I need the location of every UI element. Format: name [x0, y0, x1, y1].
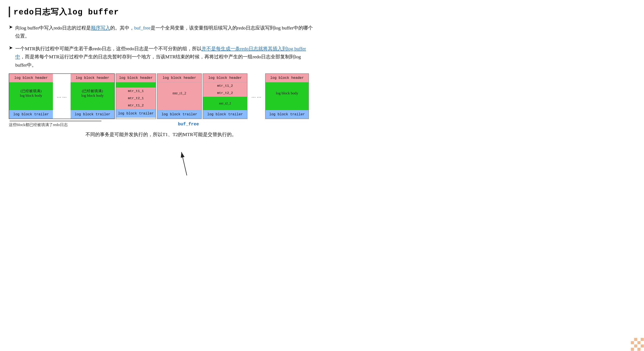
- block-5-mtr-t1-2: mtr_t1_2: [203, 82, 247, 89]
- block-1-trailer: log block trailer: [9, 110, 53, 119]
- log-block-6: log block header log block body log bloc…: [265, 73, 309, 119]
- annotation-row: 这些block都已经被填满了redo日志 buf_free: [9, 121, 313, 127]
- log-block-1: log block header (已经被填满)log block body l…: [9, 74, 53, 119]
- brace-line: [10, 121, 102, 121]
- diagram-wrapper: log block header (已经被填满)log block body l…: [9, 73, 313, 127]
- log-block-2: log block header (已经被填满)log block body l…: [70, 74, 114, 119]
- block-6-trailer: log block trailer: [266, 110, 308, 119]
- highlight-not-insert: 并不是每生成一条redo日志就将其插入到log buffer中: [15, 46, 306, 59]
- paragraph-1-text: 向log buffer中写入redo日志的过程是顺序写入的。其中，buf_fre…: [15, 24, 313, 40]
- block-3-mtr-t1-2: mtr_t1_2: [116, 102, 156, 109]
- block-2-body: (已经被填满)log block body: [70, 82, 114, 110]
- block-3-body: mtr_t1_1 mtr_t2_1 mtr_t1_2: [116, 82, 156, 109]
- block-5-mtr-t2-2: mtr_t2_2: [203, 89, 247, 97]
- highlight-sequential: 顺序写入: [91, 25, 110, 30]
- block-4-body: mtr_t1_2: [158, 82, 201, 110]
- log-block-3: log block header mtr_t1_1 mtr_t2_1 mtr_t…: [116, 73, 156, 119]
- buf-free-label: buf_free: [178, 122, 199, 127]
- block-3-mtr-t1-1: mtr_t1_1: [116, 88, 156, 95]
- block-group-1: log block header (已经被填满)log block body l…: [9, 73, 115, 119]
- block-5-body: mtr_t1_2 mtr_t2_2 mtr_t2_2: [203, 82, 247, 110]
- annotation-text: 这些block都已经被填满了redo日志: [9, 122, 68, 127]
- block-3-trailer: log block trailer: [116, 109, 156, 118]
- paragraph-2-text: 一个MTR执行过程中可能产生若干条redo日志，这些redo日志是一个不可分割的…: [15, 44, 313, 69]
- block-5-body-green: mtr_t2_2: [203, 97, 247, 110]
- block-1-header: log block header: [9, 74, 53, 82]
- block-1-body: (已经被填满)log block body: [9, 82, 53, 110]
- footer-text: 不同的事务是可能并发执行的，所以T1、T2的MTR可能是交替执行的。: [9, 131, 313, 138]
- blocks-row: log block header (已经被填满)log block body l…: [9, 73, 313, 119]
- block-2-header: log block header: [70, 74, 114, 82]
- paragraph-1: ➤ 向log buffer中写入redo日志的过程是顺序写入的。其中，buf_f…: [9, 24, 313, 40]
- block-2-trailer: log block trailer: [70, 110, 114, 119]
- block-3-mtr-t2-1: mtr_t2_1: [116, 95, 156, 102]
- block-5-trailer: log block trailer: [203, 110, 247, 119]
- dots-1: … …: [53, 94, 70, 99]
- block-4-trailer: log block trailer: [158, 110, 201, 119]
- bullet-arrow-1: ➤: [9, 24, 13, 30]
- block-6-header: log block header: [266, 74, 308, 82]
- log-block-5: log block header mtr_t1_2 mtr_t2_2 mtr_t…: [203, 73, 248, 119]
- highlight-buf-free-1: buf_free: [134, 25, 150, 30]
- page-title: redo日志写入log buffer: [14, 6, 119, 17]
- diagram-container: log block header (已经被填满)log block body l…: [9, 73, 313, 119]
- bullet-arrow-2: ➤: [9, 45, 13, 51]
- paragraph-2: ➤ 一个MTR执行过程中可能产生若干条redo日志，这些redo日志是一个不可分…: [9, 44, 313, 69]
- annotation-brace-group: 这些block都已经被填满了redo日志: [9, 121, 102, 127]
- block-4-header: log block header: [158, 74, 201, 82]
- log-block-4: log block header mtr_t1_2 log block trai…: [157, 73, 202, 119]
- block-3-header: log block header: [116, 74, 156, 82]
- block-5-header-label: log block header: [203, 74, 247, 82]
- title-section: redo日志写入log buffer: [9, 6, 313, 17]
- buf-free-arrow-line: [182, 152, 188, 175]
- block-6-body: log block body: [266, 82, 308, 110]
- block-3-body-green: [116, 82, 156, 88]
- dots-2: … …: [248, 94, 265, 99]
- buf-free-label-group: buf_free: [178, 122, 199, 127]
